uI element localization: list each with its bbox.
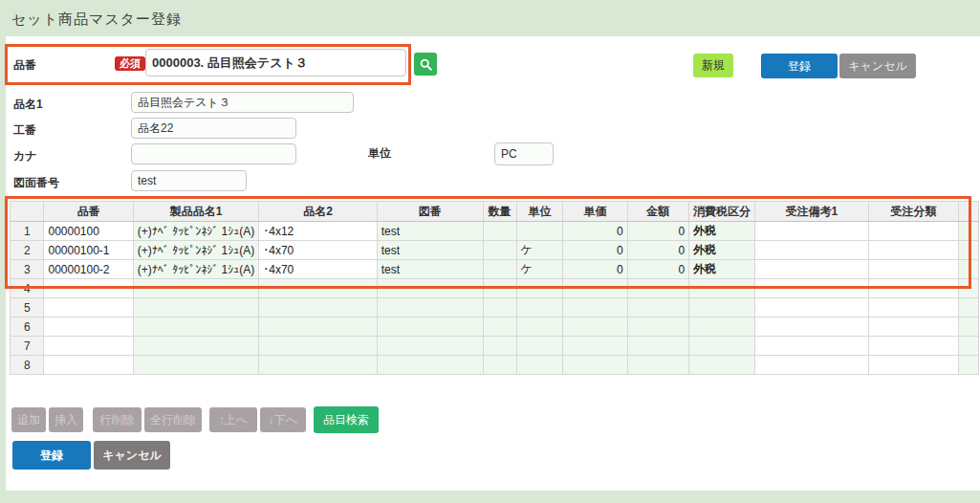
grid-cell[interactable]: 00000100 [44,222,133,241]
grid-cell[interactable] [868,260,958,279]
grid-cell[interactable] [44,317,133,337]
grid-cell[interactable] [259,279,378,298]
grid-cell[interactable] [516,356,563,375]
grid-cell[interactable] [377,298,483,317]
grid-cell[interactable] [868,241,958,260]
new-button[interactable]: 新規 [693,54,733,77]
grid-cell[interactable] [516,279,563,298]
grid-cell[interactable] [627,279,689,298]
grid-cell[interactable]: 0 [627,222,689,241]
grid-cell[interactable] [755,356,869,375]
grid-cell[interactable] [958,241,978,260]
unit-input[interactable] [494,142,554,165]
item-code-search-button[interactable] [414,53,437,76]
grid-cell[interactable]: (+)ﾅﾍﾞ ﾀｯﾋﾟﾝﾈｼﾞ 1ｼｭ(A) [133,260,258,279]
grid-cell[interactable]: test [377,222,483,241]
grid-cell[interactable]: ･4x70 [259,260,378,279]
grid-cell[interactable] [563,356,627,375]
grid-cell[interactable]: 0 [563,222,627,241]
grid-cell[interactable] [627,337,689,356]
work-no-input[interactable] [131,118,296,139]
grid-cell[interactable] [483,241,516,260]
grid-cell[interactable] [755,279,869,298]
grid-cell[interactable] [133,337,258,356]
grid-cell[interactable] [958,260,978,279]
footer-register-button[interactable]: 登録 [12,441,91,470]
grid-cell[interactable] [563,298,627,317]
grid-cell[interactable] [259,356,378,375]
grid-cell[interactable] [868,356,958,375]
grid-cell[interactable]: 外税 [689,260,755,279]
grid-cell[interactable] [755,222,869,241]
grid-cell[interactable]: ･4x12 [259,222,378,241]
grid-cell[interactable]: 0 [563,241,627,260]
grid-cell[interactable] [259,298,378,317]
grid-cell[interactable]: 外税 [689,241,755,260]
kana-input[interactable] [131,143,296,164]
grid-cell[interactable]: ケ [516,260,563,279]
grid-cell[interactable]: 0 [627,241,689,260]
grid-cell[interactable]: 00000100-1 [44,241,133,260]
grid-cell[interactable] [958,222,978,241]
grid-cell[interactable] [44,337,133,356]
grid-cell[interactable] [868,317,958,337]
item-code-input[interactable] [145,49,406,77]
grid-cell[interactable] [377,279,483,298]
grid-cell[interactable] [483,317,516,337]
footer-cancel-button[interactable]: キャンセル [94,441,170,470]
grid-cell[interactable] [958,356,978,375]
grid-cell[interactable] [868,222,958,241]
grid-cell[interactable] [755,298,869,317]
grid-cell[interactable] [868,337,958,356]
delete-all-rows-button[interactable]: 全行削除 [144,407,202,432]
grid-cell[interactable]: test [377,260,483,279]
grid-cell[interactable] [689,356,755,375]
move-down-button[interactable]: ↓下へ [260,407,306,432]
grid-cell[interactable] [958,337,978,356]
grid-cell[interactable]: 外税 [689,222,755,241]
grid-cell[interactable]: ケ [516,241,563,260]
grid-cell[interactable] [377,317,483,337]
grid-cell[interactable] [483,222,516,241]
move-up-button[interactable]: ↑上へ [209,407,257,432]
grid-cell[interactable] [133,356,258,375]
grid-cell[interactable] [563,337,627,356]
grid-cell[interactable] [377,356,483,375]
grid-cell[interactable]: 00000100-2 [44,260,133,279]
grid-cell[interactable] [44,356,133,375]
grid-cell[interactable] [483,337,516,356]
grid-cell[interactable] [755,317,869,337]
grid-cell[interactable] [868,279,958,298]
grid-cell[interactable] [44,298,133,317]
grid-cell[interactable] [563,317,627,337]
header-register-button[interactable]: 登録 [761,54,838,78]
header-cancel-button[interactable]: キャンセル [839,54,916,78]
grid-cell[interactable] [689,279,755,298]
grid-cell[interactable] [958,279,978,298]
grid-cell[interactable] [133,298,258,317]
grid-cell[interactable] [133,317,258,337]
item-search-button[interactable]: 品目検索 [314,406,379,433]
grid-cell[interactable] [483,279,516,298]
grid-cell[interactable] [259,317,378,337]
insert-row-button[interactable]: 挿入 [49,407,83,432]
grid-cell[interactable] [627,298,689,317]
grid-cell[interactable] [259,337,378,356]
grid-cell[interactable] [483,298,516,317]
grid-cell[interactable] [755,337,869,356]
grid-cell[interactable] [689,298,755,317]
grid-cell[interactable] [516,317,563,337]
grid-cell[interactable] [563,279,627,298]
drawing-no-input[interactable] [131,170,247,191]
grid-cell[interactable] [689,317,755,337]
grid-cell[interactable] [133,279,258,298]
grid-cell[interactable]: (+)ﾅﾍﾞ ﾀｯﾋﾟﾝﾈｼﾞ 1ｼｭ(A) [133,222,258,241]
grid-cell[interactable]: test [377,241,483,260]
grid-cell[interactable] [516,222,563,241]
grid-cell[interactable] [627,356,689,375]
grid-cell[interactable] [483,356,516,375]
grid-cell[interactable] [689,337,755,356]
grid-cell[interactable] [755,241,869,260]
grid-cell[interactable]: ･4x70 [259,241,378,260]
name1-input[interactable] [131,92,354,113]
